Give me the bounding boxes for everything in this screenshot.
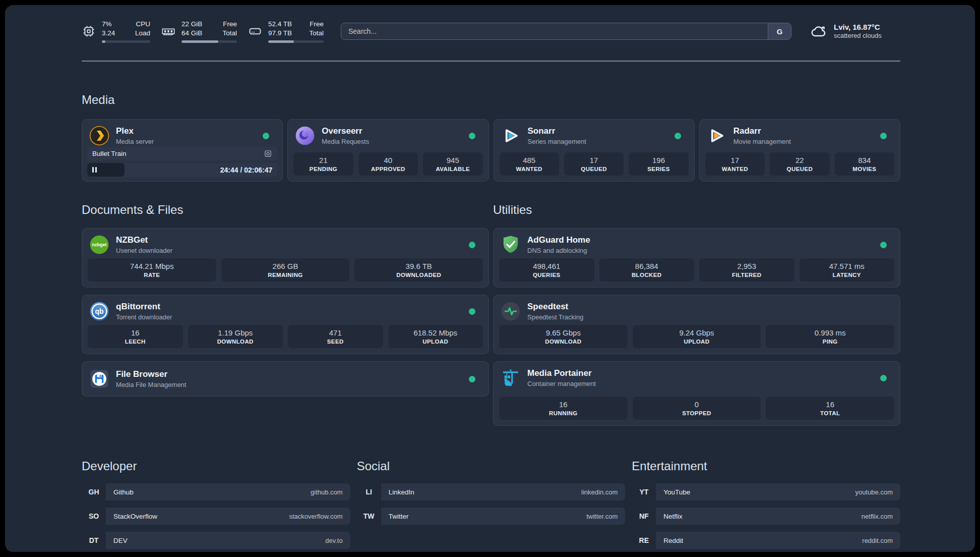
link-abbr: LI [357,483,381,500]
ram-free-value: 22 GiB [181,20,202,29]
link-abbr: RE [632,532,656,549]
radarr-icon [707,126,727,146]
link-name: Github [113,488,134,496]
filebrowser-icon [89,369,109,389]
plex-icon [89,126,109,146]
card-stats: 16LEECH 1.19 GbpsDOWNLOAD 471SEED 618.52… [87,324,483,349]
stat-tile: 485WANTED [499,152,560,176]
card-subtitle: DNS and adblocking [527,247,590,254]
link-abbr: GH [82,483,106,500]
media-disc-icon [264,149,272,158]
link-abbr: NF [632,508,656,525]
card-title: Overseerr [322,126,369,136]
overseerr-icon [295,126,315,146]
card-title: Radarr [733,126,791,136]
stat-tile: 40APPROVED [358,152,418,176]
section-title-developer: Developer [82,459,350,473]
ram-icon [161,24,175,38]
card-speedtest[interactable]: Speedtest Speedtest Tracking 9.65 GbpsDO… [493,295,900,354]
dashboard-frame: 7% 3.24 CPU Load [5,5,975,552]
top-bar: 7% 3.24 CPU Load [82,20,900,42]
pause-icon[interactable] [92,167,97,173]
link-url: twitter.com [586,513,618,520]
card-qbittorrent[interactable]: qb qBittorrent Torrent downloader 16LEEC… [82,295,489,354]
stat-tile: 196SERIES [628,152,689,176]
card-title: qBittorrent [116,302,172,312]
link-stackoverflow[interactable]: SO StackOverflowstackoverflow.com [82,508,350,525]
card-filebrowser[interactable]: File Browser Media File Management [82,361,489,397]
nzbget-icon: nzbget [89,235,109,255]
disk-stat: 52.4 TB 97.9 TB Free Total [248,20,324,42]
status-dot [880,242,887,248]
card-stats: 9.65 GbpsDOWNLOAD 9.24 GbpsUPLOAD 0.993 … [499,324,895,349]
search-engine-button[interactable]: G [768,23,791,39]
link-name: Netflix [663,513,683,520]
link-dev[interactable]: DT DEVdev.to [82,532,350,549]
ram-total-label: Total [222,29,237,38]
link-url: linkedin.com [581,488,618,496]
card-adguard[interactable]: AdGuard Home DNS and adblocking 498,461Q… [493,228,900,288]
card-subtitle: Speedtest Tracking [527,313,583,321]
disk-total-value: 97.9 TB [268,29,292,38]
disk-free-value: 52.4 TB [268,20,292,29]
ram-free-label: Free [222,20,237,29]
stat-tile: 17QUEUED [564,152,624,176]
cpu-stat: 7% 3.24 CPU Load [82,20,150,42]
status-dot [675,133,681,139]
stat-tile: 618.52 MbpsUPLOAD [388,324,484,349]
link-reddit[interactable]: RE Redditreddit.com [632,532,900,549]
social-links: LI LinkedInlinkedin.com TW Twittertwitte… [357,483,626,525]
documents-column: nzbget NZBGet Usenet downloader 744.21 M… [82,228,489,397]
status-dot [263,133,269,139]
stat-tile: 266 GBREMAINING [221,258,350,282]
link-netflix[interactable]: NF Netflixnetflix.com [632,508,900,525]
portainer-icon [501,368,521,388]
link-linkedin[interactable]: LI LinkedInlinkedin.com [357,483,626,500]
card-sonarr[interactable]: Sonarr Series management 485WANTED 17QUE… [494,119,695,182]
stat-tile: 47.571 msLATENCY [799,258,895,282]
card-portainer[interactable]: Media Portainer Container management 16R… [493,361,900,426]
section-title-utilities: Utilities [493,203,900,217]
card-stats: 485WANTED 17QUEUED 196SERIES [499,152,689,176]
card-subtitle: Series management [528,138,586,145]
section-title-documents: Documents & Files [82,203,489,217]
card-nzbget[interactable]: nzbget NZBGet Usenet downloader 744.21 M… [82,228,489,288]
stat-tile: 471SEED [287,324,384,349]
card-subtitle: Container management [527,380,596,387]
card-subtitle: Movie management [733,138,791,145]
cloud-icon [810,22,828,40]
weather-widget: Lviv, 16.87°C scattered clouds [810,22,900,40]
ram-total-value: 64 GiB [181,29,202,38]
stat-tile: 0STOPPED [632,396,762,420]
status-dot [469,308,475,315]
link-abbr: TW [357,508,381,525]
card-stats: 744.21 MbpsRATE 266 GBREMAINING 39.6 TBD… [87,258,483,282]
link-url: reddit.com [862,537,893,544]
cpu-icon [82,24,96,38]
card-title: File Browser [116,369,186,379]
link-youtube[interactable]: YT YouTubeyoutube.com [632,483,900,500]
link-url: github.com [311,488,343,496]
section-title-entertainment: Entertainment [632,459,900,473]
stat-tile: 21PENDING [293,152,353,176]
playback-progress-bar[interactable]: 24:44 / 02:06:47 [87,163,277,177]
card-overseerr[interactable]: Overseerr Media Requests 21PENDING 40APP… [287,119,488,182]
stat-tile: 22QUEUED [769,152,830,176]
card-stats: 21PENDING 40APPROVED 945AVAILABLE [293,152,483,176]
card-radarr[interactable]: Radarr Movie management 17WANTED 22QUEUE… [699,119,900,182]
status-dot [469,242,475,248]
search-input[interactable] [341,23,768,39]
link-twitter[interactable]: TW Twittertwitter.com [357,508,626,525]
link-url: dev.to [325,537,342,544]
link-name: YouTube [663,488,690,496]
media-card-grid: Plex Media server Bullet Train 24:44 / 0… [82,119,900,182]
sonarr-icon [501,126,521,146]
disk-icon [248,24,262,38]
card-subtitle: Media Requests [322,138,369,145]
cpu-load-label: Load [135,29,150,38]
qbittorrent-icon: qb [89,301,109,321]
card-plex[interactable]: Plex Media server Bullet Train 24:44 / 0… [82,119,283,182]
card-subtitle: Torrent downloader [116,313,172,321]
link-github[interactable]: GH Githubgithub.com [82,483,350,500]
weather-condition: scattered clouds [834,32,882,40]
